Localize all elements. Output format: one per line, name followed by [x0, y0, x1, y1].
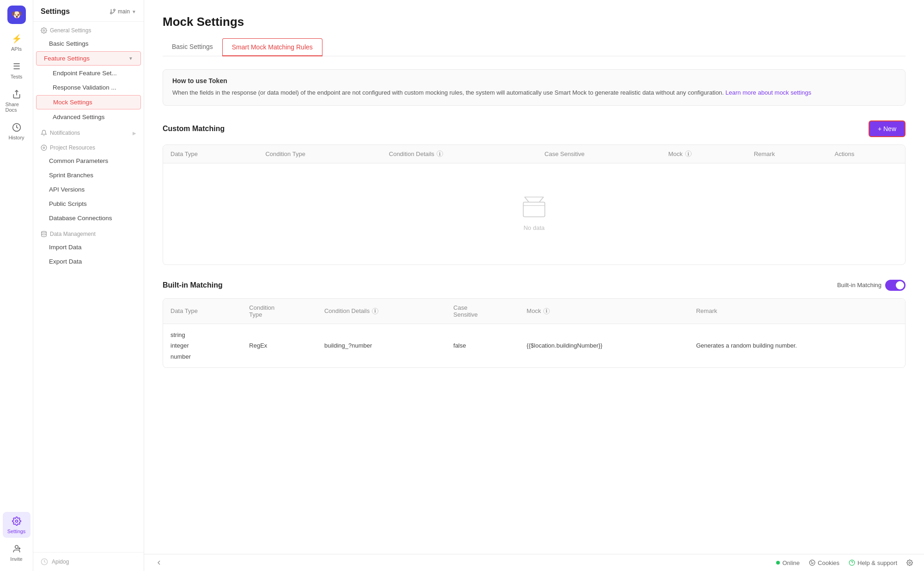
builtin-matching-table: Data Type ConditionType Condition Detail…	[163, 299, 905, 367]
section-notifications-label: Notifications	[50, 130, 80, 136]
nav-mock-settings[interactable]: Mock Settings	[36, 95, 141, 109]
nav-endpoint-feature[interactable]: Endpoint Feature Set...	[36, 66, 141, 80]
nav-sprint-branches[interactable]: Sprint Branches	[36, 168, 141, 182]
branch-selector[interactable]: main ▼	[109, 8, 136, 15]
history-label: History	[8, 135, 24, 140]
status-dot	[776, 561, 780, 565]
info-box-text: When the fields in the response (or data…	[172, 88, 896, 98]
bth-case-sensitive: CaseSensitive	[446, 299, 519, 324]
th-condition-type: Condition Type	[258, 145, 381, 163]
svg-rect-13	[523, 202, 545, 217]
apis-label: APIs	[11, 46, 22, 52]
nav-feature-settings[interactable]: Feature Settings ▼	[36, 51, 141, 66]
nav-advanced-settings[interactable]: Advanced Settings	[36, 110, 141, 124]
no-data-container: No data	[170, 169, 898, 259]
bth-condition-details-info-icon[interactable]: ℹ	[372, 308, 378, 314]
settings-label: Settings	[7, 529, 26, 534]
invite-icon	[11, 543, 22, 554]
info-box: How to use Token When the fields in the …	[163, 69, 906, 106]
info-box-title: How to use Token	[172, 77, 896, 84]
avatar[interactable]: 🐶	[7, 6, 26, 24]
info-box-link[interactable]: Learn more about mock settings	[725, 89, 811, 96]
avatar-container: 🐶	[7, 6, 26, 24]
sidebar-item-share-docs[interactable]: Share Docs	[3, 85, 30, 116]
section-data-management-label: Data Management	[50, 231, 96, 237]
sidebar-item-apis[interactable]: ⚡ APIs	[3, 30, 30, 55]
nav-common-parameters[interactable]: Common Parameters	[36, 154, 141, 168]
bth-mock-info-icon[interactable]: ℹ	[543, 308, 550, 314]
tab-smart-mock[interactable]: Smart Mock Matching Rules	[222, 38, 322, 56]
tab-basic-settings[interactable]: Basic Settings	[163, 38, 222, 56]
th-data-type: Data Type	[163, 145, 258, 163]
builtin-matching-section: Built-in Matching Built-in Matching Data…	[163, 280, 906, 368]
nav-basic-settings[interactable]: Basic Settings	[36, 37, 141, 50]
nav-footer: Apidog	[33, 552, 144, 571]
condition-details-info-icon[interactable]: ℹ	[437, 150, 443, 157]
mock-info-icon[interactable]: ℹ	[685, 150, 692, 157]
custom-matching-header-row: Data Type Condition Type Condition Detai…	[163, 145, 905, 163]
builtin-header-row: Data Type ConditionType Condition Detail…	[163, 299, 905, 324]
bth-condition-details-label: Condition Details	[324, 307, 370, 314]
section-data-management: Data Management	[33, 225, 144, 240]
th-mock-label: Mock	[668, 150, 682, 157]
sidebar-item-history[interactable]: History	[3, 118, 30, 144]
builtin-case-sensitive: false	[446, 324, 519, 367]
footer-brand: Apidog	[52, 559, 69, 565]
builtin-matching-toggle[interactable]	[885, 280, 906, 291]
nav-public-scripts[interactable]: Public Scripts	[36, 197, 141, 210]
nav-header: Settings main ▼	[33, 0, 144, 22]
cookies-button[interactable]: Cookies	[809, 559, 839, 566]
bth-condition-type: ConditionType	[242, 299, 317, 324]
nav-export-data[interactable]: Export Data	[36, 255, 141, 268]
toggle-label: Built-in Matching	[837, 282, 881, 289]
help-button[interactable]: Help & support	[849, 559, 897, 566]
section-project-resources: Project Resources	[33, 139, 144, 154]
branch-chevron: ▼	[132, 9, 136, 14]
section-general: General Settings	[33, 22, 144, 36]
svg-point-17	[813, 563, 813, 563]
collapse-button[interactable]	[155, 559, 163, 566]
nav-database-connections[interactable]: Database Connections	[36, 211, 141, 225]
new-button[interactable]: + New	[869, 120, 906, 137]
builtin-row: string integer number RegEx building_?nu…	[163, 324, 905, 367]
nav-title: Settings	[41, 7, 70, 16]
builtin-condition-type: RegEx	[242, 324, 317, 367]
no-data-icon	[521, 197, 547, 219]
builtin-condition-details: building_?number	[317, 324, 446, 367]
svg-point-7	[110, 12, 112, 14]
th-case-sensitive: Case Sensitive	[537, 145, 661, 163]
nav-sidebar: Settings main ▼ General Settings Basic S…	[33, 0, 144, 571]
notifications-chevron: ▶	[133, 131, 136, 136]
sidebar-item-settings[interactable]: Settings	[3, 512, 30, 538]
custom-matching-table: Data Type Condition Type Condition Detai…	[163, 145, 905, 264]
branch-name: main	[118, 8, 130, 15]
invite-label: Invite	[10, 556, 22, 562]
sidebar-item-invite[interactable]: Invite	[3, 540, 30, 565]
nav-response-validation[interactable]: Response Validation ...	[36, 81, 141, 94]
builtin-mock: {{$location.buildingNumber}}	[519, 324, 689, 367]
nav-import-data[interactable]: Import Data	[36, 240, 141, 254]
bth-remark: Remark	[689, 299, 905, 324]
sidebar-item-tests[interactable]: ☰ Tests	[3, 57, 30, 83]
nav-api-versions[interactable]: API Versions	[36, 183, 141, 196]
status-indicator[interactable]: Online	[776, 559, 800, 566]
settings-icon-button[interactable]	[906, 559, 913, 566]
no-data-text: No data	[523, 224, 545, 231]
help-label: Help & support	[857, 559, 897, 566]
svg-point-10	[43, 147, 45, 149]
info-box-description: When the fields in the response (or data…	[172, 89, 725, 96]
tests-icon: ☰	[11, 61, 22, 72]
bth-condition-details: Condition Details ℹ	[317, 299, 446, 324]
share-docs-icon	[11, 89, 22, 100]
custom-matching-header: Custom Matching + New	[163, 120, 906, 137]
svg-point-18	[812, 563, 812, 564]
section-notifications: Notifications ▶	[33, 124, 144, 139]
main-content: Mock Settings Basic Settings Smart Mock …	[144, 0, 924, 571]
svg-point-1	[15, 520, 18, 523]
svg-point-11	[42, 231, 47, 233]
svg-point-2	[15, 546, 18, 549]
tests-label: Tests	[11, 74, 23, 79]
bottom-bar: Online Cookies Help & support	[144, 554, 924, 571]
th-remark: Remark	[747, 145, 827, 163]
svg-point-15	[809, 560, 815, 565]
